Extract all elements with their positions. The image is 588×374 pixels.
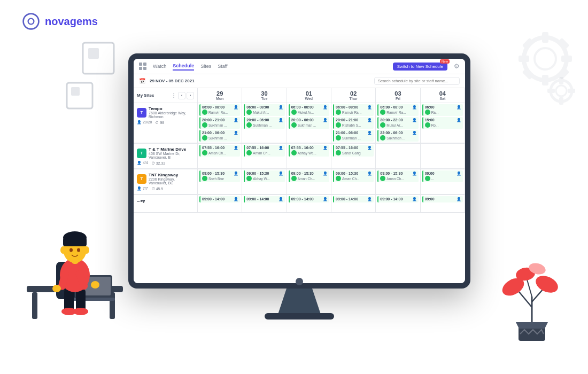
shift-block[interactable]: 20:00 - 21:00👤 Rishabh S... [333,117,374,129]
svg-rect-15 [568,89,575,93]
site-row-tempo: T Tempo 7688 Alderbridge Way, Richmon 👤 … [134,103,465,143]
cell-kingsway-mon[interactable]: 09:00 - 15:30👤 Sneh Brar [198,169,242,194]
settings-icon[interactable]: ⚙ [454,63,460,70]
shift-block[interactable]: 06:00 - 08:00👤 Ramvir Ra... [377,104,418,116]
cell-marine-fri[interactable] [376,144,420,168]
site-staff-kingsway: 👤 7/7 [137,186,148,191]
cell-tempo-fri[interactable]: 06:00 - 08:00👤 Ramvir Ra... 20:00 - 22:0… [376,103,420,143]
shift-block[interactable]: 09:00 - 14:00👤 [289,196,329,202]
site-avatar-tempo: T [137,108,146,118]
cell-marine-tue[interactable]: 07:55 - 16:00👤 Aman Ch... [242,144,287,168]
tab-sites[interactable]: Sites [200,63,211,70]
shift-block[interactable]: 06:00 - 08:00👤 Mukul Ar... [289,104,329,116]
cell-other-fri[interactable]: 09:00 - 14:00👤 [376,195,420,212]
cell-tempo-thur[interactable]: 06:00 - 08:00👤 Ramvir Ra... 20:00 - 21:0… [331,103,376,143]
col-29-mon: 29 Mon [198,88,242,103]
tab-schedule[interactable]: Schedule [173,62,194,71]
shift-block[interactable]: 09:00 - 15:30👤 Sneh Brar [199,170,240,182]
logo-icon [21,12,41,31]
shift-block[interactable]: 07:55 - 16:00👤 Sanat Gang [333,145,374,157]
shift-block[interactable]: 09:00 - 14:00👤 [199,196,240,202]
site-name-other: ...ey [137,198,145,203]
svg-rect-9 [558,68,570,80]
monitor-screen: Watch Schedule Sites Staff Switch to New… [134,59,465,283]
tab-watch[interactable]: Watch [153,63,166,70]
shift-block[interactable]: 20:00 - 21:00👤 Sukhman ... [199,117,240,129]
cell-marine-sat[interactable] [421,144,465,168]
cell-kingsway-tue[interactable]: 09:00 - 15:30👤 Abhay W... [242,169,287,194]
site-name-tempo: Tempo [149,106,194,111]
prev-arrow[interactable]: ‹ [178,92,185,99]
switch-schedule-button[interactable]: Switch to New Schedule New [393,63,447,71]
cell-marine-wed[interactable]: 07:55 - 16:00👤 Abhay Wa... [287,144,331,168]
shift-block[interactable]: 07:55 - 16:00👤 Aman Ch... [199,145,240,157]
svg-rect-41 [63,238,87,246]
shift-block[interactable]: 20:00 - 06:00👤 Sukhman ... [289,117,329,129]
shift-block[interactable]: 09:00 - 14:00👤 [377,196,418,202]
shift-block[interactable]: 20:00 - 06:00👤 Sukhman ... [244,117,284,129]
site-staff-count: 👤 20/20 [137,120,152,124]
cell-kingsway-fri[interactable]: 09:00 - 15:30👤 Aman Ch... [376,169,420,194]
site-rating-kingsway: ⏱ 45.5 [151,186,164,191]
shift-block[interactable]: 22:00 - 06:00👤 Sukhmen ... [377,130,418,142]
shift-block[interactable]: 09:00 - 15:30👤 Abhay W... [244,170,284,182]
site-meta-kingsway: 👤 7/7 ⏱ 45.5 [137,186,194,191]
cell-marine-thur[interactable]: 07:55 - 16:00👤 Sanat Gang [331,144,376,168]
site-row-marine: T T & T Marine Drive 458 SW Marine Dr, V… [134,144,465,168]
shift-block[interactable]: 20:00 - 22:00👤 Mukul Ar... [377,117,418,129]
cell-tempo-wed[interactable]: 06:00 - 08:00👤 Mukul Ar... 20:00 - 06:00… [287,103,331,143]
svg-rect-7 [558,38,570,50]
col-03-fri: 03 Fri [376,88,420,103]
shift-block[interactable]: 07:55 - 16:00👤 Aman Ch... [244,145,284,157]
site-rating-marine: ⏱ 32.32 [151,161,165,165]
svg-rect-17 [88,48,99,59]
svg-point-1 [535,48,556,69]
shift-block[interactable]: 09:00 - 14:00👤 [333,196,374,202]
col-01-wed: 01 Wed [287,88,331,103]
shift-block[interactable]: 06:00 - 08:00👤 Ramvir Ra... [333,104,374,116]
shift-block[interactable]: 06:00 - 08:00👤 Ramvir Ra... [199,104,240,116]
cell-tempo-mon[interactable]: 06:00 - 08:00👤 Ramvir Ra... 20:00 - 21:0… [198,103,242,143]
shift-block[interactable]: 09:00 - 15:30👤 Aman Ch... [377,170,418,182]
shift-block[interactable]: 21:00 - 06:00👤 Sukhman ... [333,130,374,142]
shift-block[interactable]: 09:00👤 [422,196,463,202]
nav-tabs: Watch Schedule Sites Staff [153,62,228,71]
search-input[interactable] [374,77,460,85]
shift-block[interactable]: 07:55 - 16:00👤 Abhay Wa... [289,145,329,157]
svg-rect-18 [67,83,92,108]
shift-block[interactable]: 09:00👤 ... [422,170,463,182]
cell-other-mon[interactable]: 09:00 - 14:00👤 [198,195,242,212]
cell-other-wed[interactable]: 09:00 - 14:00👤 [287,195,331,212]
shift-block[interactable]: 09:00 - 15:30👤 Aman Ch... [289,170,329,182]
site-address-kingsway: 2206 Kingsway, Vancouver, BC [149,177,194,185]
next-arrow[interactable]: › [187,92,194,99]
svg-point-10 [551,80,572,102]
cell-kingsway-wed[interactable]: 09:00 - 15:30👤 Aman Ch... [287,169,331,194]
site-kingsway: T TNT Kingsway 2206 Kingsway, Vancouver,… [134,169,465,195]
cell-other-thur[interactable]: 09:00 - 14:00👤 [331,195,376,212]
svg-point-52 [533,272,561,296]
cell-marine-mon[interactable]: 07:55 - 16:00👤 Aman Ch... [198,144,242,168]
shift-block[interactable]: 09:00 - 14:00👤 [244,196,284,202]
cell-other-sat[interactable]: 09:00👤 [421,195,465,212]
cell-other-tue[interactable]: 09:00 - 14:00👤 [242,195,287,212]
cell-tempo-sat[interactable]: 06:00👤 Ra... 15:00👤 Ro... [421,103,465,143]
column-menu[interactable]: ⋮ [171,92,176,98]
shift-block[interactable]: 21:00 - 06:00👤 Sukhman ... [199,130,240,142]
svg-line-50 [527,278,532,297]
col-30-tue: 30 Tue [242,88,287,103]
cell-kingsway-thur[interactable]: 09:00 - 15:30👤 Aman Ch... [331,169,376,194]
shift-block[interactable]: 06:00 - 08:00👤 Mukul Ar... [244,104,284,116]
schedule-grid[interactable]: My Sites ⋮ ‹ › 29 Mon [134,88,465,283]
site-row-kingsway: T TNT Kingsway 2206 Kingsway, Vancouver,… [134,169,465,194]
calendar-icon: 📅 [139,78,145,84]
shift-block[interactable]: 06:00👤 Ra... [422,104,463,116]
tab-staff[interactable]: Staff [218,63,227,70]
svg-point-45 [84,246,89,254]
cell-tempo-tue[interactable]: 06:00 - 08:00👤 Mukul Ar... 20:00 - 06:00… [242,103,287,143]
shift-block[interactable]: 09:00 - 15:30👤 Aman Ch... [333,170,374,182]
cell-kingsway-sat[interactable]: 09:00👤 ... [421,169,465,194]
grid-icon[interactable] [139,63,146,70]
shift-block[interactable]: 15:00👤 Ro... [422,117,463,129]
svg-point-20 [24,14,39,29]
